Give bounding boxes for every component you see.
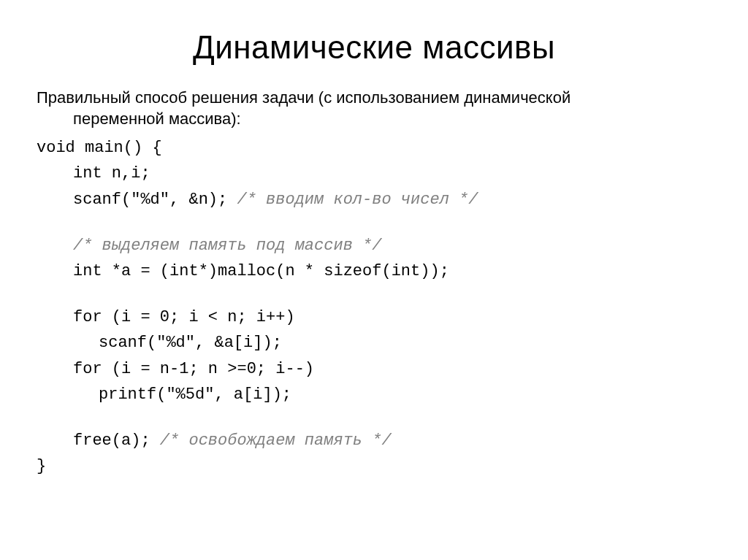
code-line: for (i = 0; i < n; i++) [37, 304, 711, 330]
code-block: void main() { int n,i; scanf("%d", &n); … [37, 135, 711, 479]
code-line: int n,i; [37, 161, 711, 186]
code-line: int *a = (int*)malloc(n * sizeof(int)); [37, 258, 711, 284]
intro-line-1: Правильный способ решения задачи (с испо… [37, 88, 711, 109]
code-line: void main() { [37, 135, 711, 161]
code-line: printf("%5d", a[i]); [37, 382, 711, 407]
code-line: free(a); /* освобождаем память */ [37, 428, 711, 453]
code-text: scanf("%d", &n); [73, 191, 237, 209]
blank-line [37, 407, 711, 428]
code-line: } [37, 453, 711, 479]
slide-title: Динамические массивы [37, 29, 711, 66]
code-text: free(a); [73, 431, 160, 450]
code-line: for (i = n-1; n >=0; i--) [37, 356, 711, 382]
blank-line [37, 212, 711, 233]
code-line: scanf("%d", &n); /* вводим кол-во чисел … [37, 187, 711, 212]
blank-line [37, 284, 711, 304]
code-line: scanf("%d", &a[i]); [37, 330, 711, 356]
code-comment: /* вводим кол-во чисел */ [237, 191, 478, 209]
intro-line-2: переменной массива): [37, 109, 711, 130]
intro-text: Правильный способ решения задачи (с испо… [37, 88, 711, 129]
code-comment: /* освобождаем память */ [160, 431, 392, 450]
code-comment: /* выделяем память под массив */ [37, 233, 711, 258]
